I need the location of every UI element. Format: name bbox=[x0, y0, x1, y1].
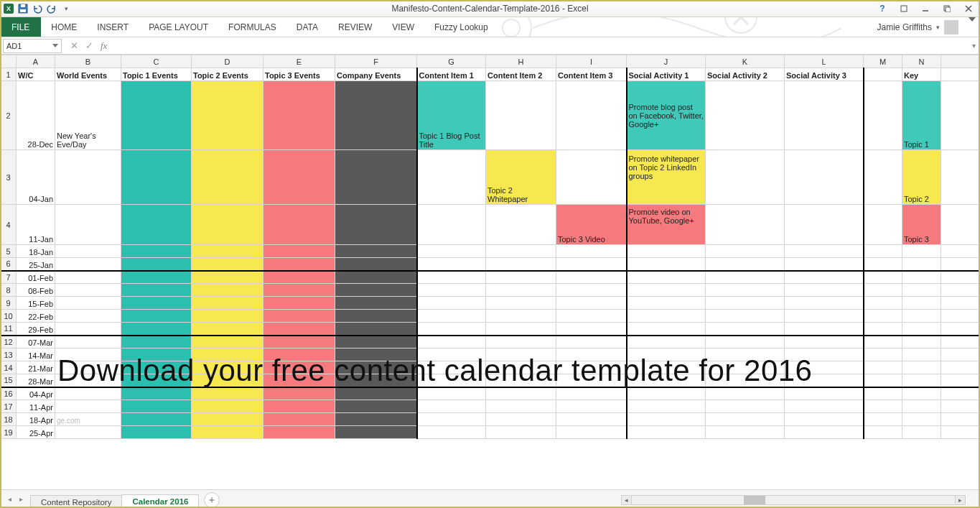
cell[interactable]: Topic 3 Events bbox=[263, 68, 335, 81]
name-box-dropdown-icon[interactable] bbox=[52, 44, 58, 47]
cell[interactable] bbox=[864, 68, 902, 81]
col-header[interactable]: C bbox=[121, 55, 192, 68]
cell[interactable] bbox=[706, 150, 785, 205]
sheet-tab-content-repository[interactable]: Content Repository bbox=[30, 495, 122, 508]
cell[interactable] bbox=[864, 81, 902, 150]
user-name[interactable]: Jamie Griffiths bbox=[877, 22, 932, 32]
ribbon-display-options-icon[interactable] bbox=[895, 2, 913, 15]
cell[interactable] bbox=[486, 205, 556, 245]
cell[interactable]: Topic 1 bbox=[902, 81, 941, 150]
cell[interactable] bbox=[263, 81, 335, 150]
row-header[interactable]: 1 bbox=[1, 68, 17, 81]
tab-review[interactable]: REVIEW bbox=[328, 17, 382, 37]
cell[interactable] bbox=[335, 81, 417, 150]
cell[interactable]: Content Item 2 bbox=[486, 68, 556, 81]
cell[interactable]: World Events bbox=[55, 68, 121, 81]
cell[interactable] bbox=[486, 81, 556, 150]
col-header[interactable]: B bbox=[55, 55, 121, 68]
cell[interactable]: Topic 2 Events bbox=[192, 68, 263, 81]
scroll-thumb[interactable] bbox=[744, 496, 765, 504]
sheet-nav-last-icon[interactable]: ▸ bbox=[16, 495, 26, 503]
cell[interactable] bbox=[263, 150, 335, 205]
tab-home[interactable]: HOME bbox=[41, 17, 87, 37]
sheet-tab-calendar-2016[interactable]: Calendar 2016 bbox=[121, 494, 199, 508]
col-header[interactable]: I bbox=[556, 55, 627, 68]
row-header[interactable]: 4 bbox=[1, 205, 17, 245]
cell[interactable]: Topic 2 bbox=[902, 150, 941, 205]
file-tab[interactable]: FILE bbox=[0, 17, 41, 37]
cell[interactable]: 11-Jan bbox=[17, 205, 55, 245]
cell[interactable]: Topic 3 bbox=[902, 205, 941, 245]
col-header[interactable]: N bbox=[902, 55, 941, 68]
tab-insert[interactable]: INSERT bbox=[87, 17, 139, 37]
cell[interactable] bbox=[706, 81, 785, 150]
cell[interactable]: Promote blog post on Facebook, Twitter, … bbox=[627, 81, 706, 150]
cell[interactable]: Social Activity 3 bbox=[785, 68, 864, 81]
user-menu-icon[interactable]: ▾ bbox=[936, 24, 940, 31]
cell[interactable] bbox=[941, 150, 981, 205]
minimize-icon[interactable] bbox=[917, 2, 934, 15]
save-icon[interactable] bbox=[17, 3, 29, 14]
cell[interactable]: New Year's Eve/Day bbox=[55, 81, 121, 150]
spreadsheet-grid[interactable]: A B C D E F G H I J K L M N 1 W/C World … bbox=[0, 55, 980, 489]
maximize-icon[interactable] bbox=[938, 2, 956, 15]
cell[interactable] bbox=[121, 81, 192, 150]
cell[interactable] bbox=[941, 205, 981, 245]
cell[interactable] bbox=[121, 205, 192, 245]
col-header[interactable]: L bbox=[785, 55, 864, 68]
col-header[interactable]: E bbox=[263, 55, 335, 68]
cell[interactable] bbox=[785, 150, 864, 205]
cell[interactable] bbox=[556, 81, 627, 150]
undo-icon[interactable] bbox=[32, 3, 43, 14]
cell[interactable] bbox=[55, 205, 121, 245]
cell[interactable]: Social Activity 2 bbox=[706, 68, 785, 81]
cell[interactable]: Topic 1 Blog Post Title bbox=[417, 81, 486, 150]
cell[interactable]: Topic 3 Video bbox=[556, 205, 627, 245]
fx-icon[interactable]: fx bbox=[101, 40, 107, 52]
col-header[interactable]: G bbox=[417, 55, 486, 68]
cell[interactable] bbox=[864, 150, 902, 205]
cell[interactable] bbox=[335, 150, 417, 205]
cell[interactable] bbox=[706, 205, 785, 245]
cell[interactable] bbox=[121, 150, 192, 205]
cell[interactable] bbox=[864, 205, 902, 245]
formula-input[interactable] bbox=[113, 39, 967, 53]
col-header[interactable]: D bbox=[192, 55, 263, 68]
tab-formulas[interactable]: FORMULAS bbox=[218, 17, 286, 37]
cell[interactable]: Social Activity 1 bbox=[627, 68, 706, 81]
horizontal-scrollbar[interactable]: ◂ ▸ bbox=[621, 495, 966, 505]
cell[interactable]: Key bbox=[902, 68, 941, 81]
cell[interactable]: Company Events bbox=[335, 68, 417, 81]
cell[interactable] bbox=[335, 205, 417, 245]
cell[interactable]: 04-Jan bbox=[17, 150, 55, 205]
col-header[interactable]: M bbox=[864, 55, 902, 68]
cell[interactable]: Promote video on YouTube, Google+ bbox=[627, 205, 706, 245]
cell[interactable] bbox=[785, 205, 864, 245]
tab-fuzzy-lookup[interactable]: Fuzzy Lookup bbox=[424, 17, 498, 37]
cell[interactable]: Topic 2 Whitepaper bbox=[486, 150, 556, 205]
tab-data[interactable]: DATA bbox=[286, 17, 328, 37]
cell[interactable]: Content Item 3 bbox=[556, 68, 627, 81]
row-header[interactable]: 2 bbox=[1, 81, 17, 150]
cell[interactable] bbox=[263, 205, 335, 245]
row-header[interactable]: 3 bbox=[1, 150, 17, 205]
col-header[interactable]: K bbox=[706, 55, 785, 68]
cell[interactable]: 28-Dec bbox=[17, 81, 55, 150]
scroll-right-icon[interactable]: ▸ bbox=[955, 496, 965, 504]
cell[interactable]: Content Item 1 bbox=[417, 68, 486, 81]
cell[interactable] bbox=[192, 150, 263, 205]
cell[interactable] bbox=[192, 81, 263, 150]
help-icon[interactable]: ? bbox=[874, 2, 891, 15]
sheet-nav-first-icon[interactable]: ◂ bbox=[4, 495, 14, 503]
col-header[interactable]: H bbox=[486, 55, 556, 68]
cell[interactable] bbox=[785, 81, 864, 150]
redo-icon[interactable] bbox=[46, 3, 57, 14]
cell[interactable]: Topic 1 Events bbox=[121, 68, 192, 81]
cancel-formula-icon[interactable]: ✕ bbox=[70, 40, 78, 51]
col-header[interactable]: A bbox=[17, 55, 55, 68]
col-header[interactable]: J bbox=[627, 55, 706, 68]
scroll-left-icon[interactable]: ◂ bbox=[622, 496, 632, 504]
cell[interactable] bbox=[556, 150, 627, 205]
name-box[interactable]: AD1 bbox=[3, 39, 62, 53]
cell[interactable] bbox=[417, 150, 486, 205]
